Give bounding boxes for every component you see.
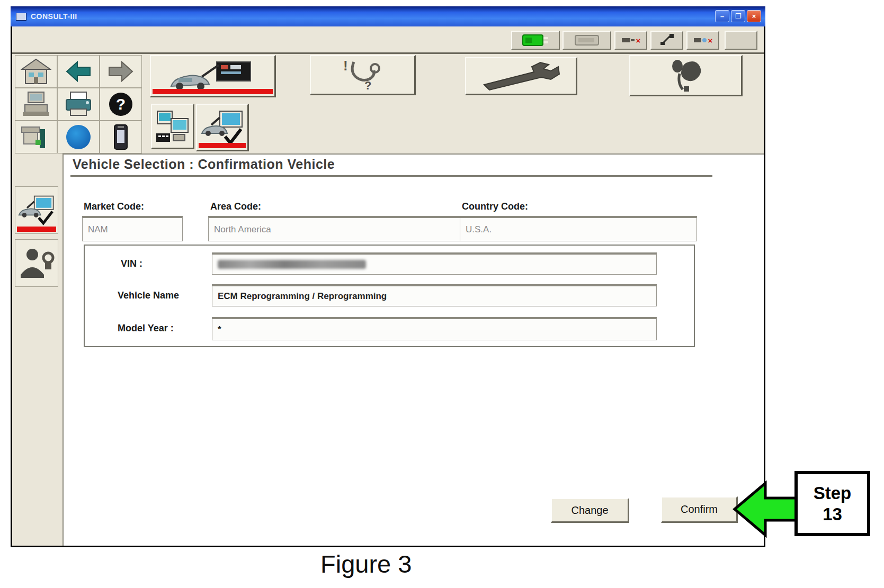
restore-button[interactable]: ❐ xyxy=(731,10,745,22)
vehicle-name-label: Vehicle Name xyxy=(118,290,179,301)
vi-device-icon xyxy=(522,33,549,47)
window-title: CONSULT-III xyxy=(31,12,77,21)
usb-plug-icon xyxy=(659,33,675,47)
wireless-status-button[interactable]: × xyxy=(686,31,719,50)
back-button[interactable] xyxy=(57,55,100,88)
print-button[interactable] xyxy=(57,88,100,121)
confirmation-vehicle-icon xyxy=(18,195,55,225)
vehicle-selection-icon xyxy=(168,61,258,92)
forward-arrow-icon xyxy=(108,60,134,83)
country-code-label: Country Code: xyxy=(462,201,528,212)
confirmation-vehicle-icon xyxy=(201,110,244,145)
sidebar-item-immobilizer[interactable] xyxy=(15,239,58,287)
print-screen-icon xyxy=(21,91,51,117)
step-word: Step xyxy=(814,483,852,504)
forward-button[interactable] xyxy=(100,55,142,88)
tab-diagnosis[interactable]: ! ? xyxy=(310,55,416,95)
area-code-label: Area Code: xyxy=(210,201,261,212)
confirm-button[interactable]: Confirm xyxy=(661,496,738,523)
subtab-confirmation-vehicle[interactable] xyxy=(196,104,249,151)
figure-caption: Figure 3 xyxy=(320,549,412,578)
print-screen-button[interactable] xyxy=(15,88,57,121)
back-arrow-icon xyxy=(65,60,92,83)
wrench-icon xyxy=(479,61,564,91)
usb-link-button[interactable] xyxy=(650,31,683,50)
printer-icon xyxy=(63,91,94,117)
support-icon xyxy=(654,59,718,93)
vin-value-redacted xyxy=(218,260,366,269)
model-year-field[interactable]: * xyxy=(212,317,657,340)
vehicle-name-field[interactable]: ECM Reprogramming / Reprogramming xyxy=(212,284,657,306)
market-code-field[interactable]: NAM xyxy=(82,216,183,241)
sidebar-item-confirmation-vehicle[interactable] xyxy=(15,186,58,234)
model-year-label: Model Year : xyxy=(118,323,174,334)
tab-support[interactable] xyxy=(629,55,743,96)
home-button[interactable] xyxy=(15,55,57,88)
wireless-disconnected-x: × xyxy=(708,37,713,44)
app-icon xyxy=(16,13,26,21)
market-code-label: Market Code: xyxy=(84,201,144,212)
title-bar[interactable]: CONSULT-III – ❐ × xyxy=(11,6,765,26)
workstation-button[interactable] xyxy=(15,121,57,153)
change-button[interactable]: Change xyxy=(551,498,629,523)
country-code-field[interactable]: U.S.A. xyxy=(460,216,697,241)
spare-indicator-button[interactable] xyxy=(725,31,757,50)
svg-text:!: ! xyxy=(343,59,348,74)
reprogramming-icon xyxy=(155,109,190,144)
minimize-button[interactable]: – xyxy=(715,10,729,22)
subtab-reprogramming[interactable] xyxy=(151,104,194,149)
mi-status-button[interactable] xyxy=(562,31,611,50)
vin-field[interactable] xyxy=(212,252,657,275)
step-arrow-icon xyxy=(733,478,798,540)
help-icon: ? xyxy=(109,93,132,116)
diagnosis-stethoscope-icon: ! ? xyxy=(334,59,392,92)
record-button[interactable] xyxy=(57,121,100,153)
active-sidebar-indicator xyxy=(17,227,56,232)
home-icon xyxy=(21,58,51,85)
active-subtab-indicator xyxy=(199,143,246,148)
wireless-icon xyxy=(693,36,707,44)
tab-vehicle-selection[interactable] xyxy=(150,55,276,97)
screenshot-stage: CONSULT-III – ❐ × × xyxy=(0,0,884,588)
immobilizer-icon xyxy=(19,246,55,280)
svg-text:?: ? xyxy=(364,79,371,92)
record-icon xyxy=(66,125,91,149)
workstation-icon xyxy=(21,124,51,150)
title-divider xyxy=(70,163,712,177)
content-panel xyxy=(62,153,764,546)
vin-label: VIN : xyxy=(121,258,142,269)
step-callout: Step 13 xyxy=(794,471,870,536)
active-tab-indicator xyxy=(153,89,273,94)
handset-icon xyxy=(113,124,129,150)
close-button[interactable]: × xyxy=(747,10,761,22)
tab-maintenance[interactable] xyxy=(465,57,577,95)
lan-icon xyxy=(621,36,635,44)
handset-button[interactable] xyxy=(100,121,142,153)
area-code-field[interactable]: North America xyxy=(208,216,503,241)
help-button[interactable]: ? xyxy=(100,88,142,121)
step-number: 13 xyxy=(823,504,842,525)
vi-status-button[interactable] xyxy=(511,31,560,50)
lan-disconnected-x: × xyxy=(636,37,641,44)
mi-device-icon xyxy=(573,33,601,47)
lan-status-button[interactable]: × xyxy=(614,31,647,50)
